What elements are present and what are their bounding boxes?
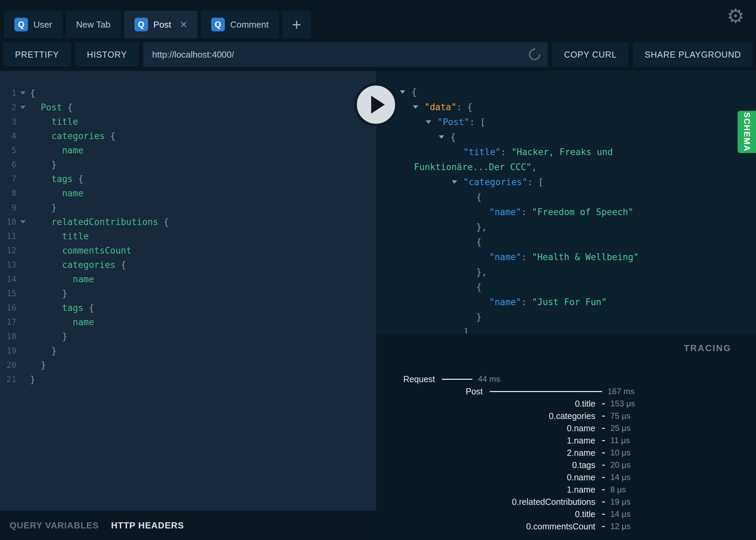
trace-span-label: 0.tags [376,460,595,470]
response-text: { [476,192,482,202]
response-line: } [376,310,756,325]
tab-comment[interactable]: QComment [201,11,279,38]
collapse-arrow-icon[interactable] [413,105,418,109]
tab-label: Comment [230,19,269,30]
trace-span-bar [602,416,605,417]
line-number: 20 [0,358,16,372]
trace-span-label: 1.name [376,485,595,495]
response-line: "name": "Just For Fun" [376,295,756,310]
collapse-arrow-icon[interactable] [400,90,405,94]
line-number: 6 [0,158,16,172]
prettify-button[interactable]: PRETTIFY [3,42,71,67]
tab-label: User [33,19,52,30]
response-line: Funktionäre...Der CCC", [376,160,756,175]
fold-gutter [16,272,30,286]
code-text: relatedContributions { [30,215,169,229]
response-line: { [376,190,756,205]
response-line: "data": { [376,100,756,115]
code-text: categories { [30,129,115,143]
line-number: 10 [0,215,16,229]
settings-gear-icon[interactable]: ⚙ [727,6,744,26]
query-editor[interactable]: 1{2 Post {3 title4 categories {5 name6 }… [0,71,376,511]
code-text: } [30,329,68,344]
response-text: { [411,87,417,97]
tab-new-tab[interactable]: New Tab [66,11,121,38]
query-variables-tab[interactable]: QUERY VARIABLES [10,520,99,531]
line-number: 16 [0,301,16,315]
trace-span-duration: 14 μs [610,472,630,482]
trace-span-duration: 11 μs [610,436,630,445]
trace-span-duration: 19 μs [610,497,630,507]
trace-span-label: 0.categories [376,411,595,421]
trace-row: 1.name11 μs [376,434,756,447]
share-playground-button[interactable]: SHARE PLAYGROUND [633,42,753,67]
editor-line: 11 title [0,229,376,243]
tab-user[interactable]: QUser [4,11,62,38]
trace-span-bar [602,526,605,527]
fold-arrow-icon[interactable] [16,100,30,115]
trace-span-label: 0.title [376,399,595,409]
editor-bottom-bar: QUERY VARIABLES HTTP HEADERS [0,511,376,540]
close-tab-icon[interactable]: × [180,18,187,31]
trace-row: 2.name10 μs [376,447,756,459]
editor-line: 8 name [0,186,376,200]
reload-icon[interactable] [527,47,542,62]
collapse-arrow-icon[interactable] [452,180,457,184]
trace-row: Post167 ms [376,385,756,397]
endpoint-input[interactable] [143,42,548,67]
response-line: "name": "Freedom of Speech" [376,205,756,220]
http-headers-tab[interactable]: HTTP HEADERS [111,520,184,531]
add-tab-button[interactable]: + [282,11,311,38]
editor-line: 2 Post { [0,100,376,115]
line-number: 7 [0,172,16,186]
code-text: tags { [30,301,94,315]
trace-span-label: Request [376,374,435,384]
trace-row: 0.title153 μs [376,397,756,410]
trace-span-bar [602,477,605,478]
trace-span-duration: 25 μs [610,423,630,433]
copy-curl-button[interactable]: COPY CURL [552,42,628,67]
line-number: 2 [0,100,16,115]
history-button[interactable]: HISTORY [75,42,139,67]
trace-span-duration: 75 μs [610,411,630,421]
trace-row: 0.title14 μs [376,508,756,520]
line-number: 17 [0,315,16,329]
code-text: name [30,272,94,286]
response-line: "Post": [ [376,115,756,130]
response-text: { [476,237,482,247]
main-split: 1{2 Post {3 title4 categories {5 name6 }… [0,71,756,540]
response-text: ] [463,327,469,333]
collapse-arrow-icon[interactable] [439,135,444,139]
response-line: }, [376,220,756,235]
tab-bar: QUserNew TabQPost×QComment + ⚙ [0,0,756,38]
code-text: tags { [30,172,84,186]
response-text: { [476,282,482,292]
tab-post[interactable]: QPost× [124,11,198,38]
response-text: "name": "Freedom of Speech" [489,207,634,217]
trace-span-bar [602,501,605,502]
execute-button[interactable] [354,83,398,126]
line-number: 9 [0,200,16,215]
fold-gutter [16,301,30,315]
editor-line: 13 categories { [0,258,376,272]
fold-arrow-icon[interactable] [16,215,30,229]
fold-gutter [16,286,30,301]
fold-gutter [16,129,30,143]
code-text: { [30,86,35,100]
trace-span-bar [602,489,605,490]
fold-arrow-icon[interactable] [16,86,30,100]
trace-row: 0.commentsCount12 μs [376,520,756,532]
tab-label: New Tab [76,19,111,30]
editor-line: 1{ [0,86,376,100]
response-line: { [376,130,756,145]
trace-row: 0.categories75 μs [376,410,756,422]
line-number: 4 [0,129,16,143]
collapse-arrow-icon[interactable] [426,120,431,124]
tracing-panel: TRACING Request44 msPost167 ms0.title153… [376,333,756,540]
query-badge: Q [211,18,225,31]
schema-tab[interactable]: SCHEMA [738,111,756,153]
trace-row: 0.tags20 μs [376,459,756,471]
code-text: commentsCount [30,243,131,258]
fold-gutter [16,158,30,172]
line-number: 18 [0,329,16,344]
